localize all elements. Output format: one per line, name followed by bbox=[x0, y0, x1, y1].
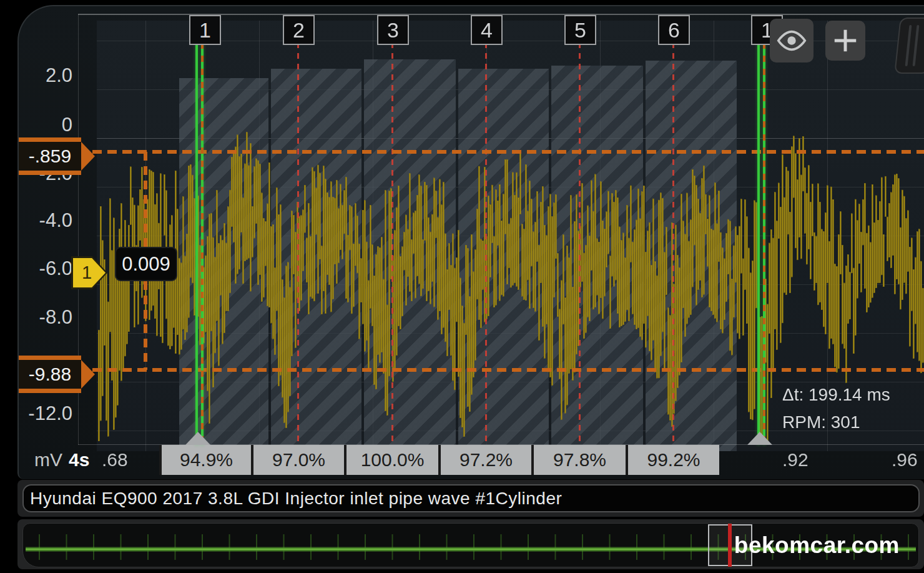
minimap-position-marker[interactable] bbox=[728, 524, 732, 567]
cycle-marker-4[interactable]: 4 bbox=[471, 15, 503, 45]
plus-icon bbox=[831, 26, 860, 55]
x-axis-tick-label: .96 bbox=[892, 445, 918, 475]
time-cursor-line[interactable] bbox=[757, 42, 760, 445]
y-axis-tick-label: 2.0 bbox=[0, 64, 72, 87]
cursor-tag-arrow bbox=[81, 142, 95, 171]
cycle-percent-cell: 94.9% bbox=[159, 445, 251, 475]
trigger-marker-line bbox=[485, 42, 487, 445]
y-axis-tick-label: -8.0 bbox=[0, 306, 72, 329]
x-axis-tick-label: .92 bbox=[782, 445, 808, 475]
x-axis-tick-label: .68 bbox=[102, 445, 128, 475]
minimap[interactable]: bekomcar.com bbox=[22, 523, 919, 567]
add-channel-button[interactable] bbox=[825, 21, 865, 61]
title-field: Hyundai EQ900 2017 3.8L GDI Injector inl… bbox=[22, 484, 920, 512]
delta-t-readout: Δt: 199.14 ms bbox=[782, 385, 890, 405]
time-cursor-line[interactable] bbox=[195, 42, 198, 445]
watermark: bekomcar.com bbox=[734, 532, 900, 559]
y-axis-tick-label: -6.0 bbox=[0, 257, 72, 280]
minimap-frame: bekomcar.com bbox=[17, 519, 924, 569]
trigger-marker-line bbox=[297, 42, 299, 445]
level-cursor-value: -.859 bbox=[29, 146, 71, 167]
trigger-marker-line bbox=[391, 42, 393, 445]
cycle-percent-cell: 97.0% bbox=[251, 445, 344, 475]
level-cursor-tag[interactable]: -9.88 bbox=[19, 356, 81, 393]
time-cursor-line-secondary[interactable] bbox=[201, 42, 204, 445]
scope-panel bbox=[17, 5, 924, 479]
cycle-marker-1[interactable]: 1 bbox=[189, 15, 221, 45]
level-cursor-line[interactable] bbox=[92, 368, 924, 372]
trigger-marker-line bbox=[672, 42, 674, 445]
cycle-percent-cell: 97.8% bbox=[531, 445, 626, 475]
cycle-marker-2[interactable]: 2 bbox=[283, 15, 315, 45]
cycle-percent-cell: 100.0% bbox=[344, 445, 438, 475]
y-axis-tick-label: -4.0 bbox=[0, 209, 72, 232]
cycle-marker-5[interactable]: 5 bbox=[564, 15, 596, 45]
scrollbar-grip[interactable] bbox=[894, 17, 924, 74]
cycle-marker-6[interactable]: 6 bbox=[658, 15, 690, 45]
cycle-percent-cell: 99.2% bbox=[626, 445, 719, 475]
grip-ridge bbox=[913, 25, 920, 66]
timebase-label[interactable]: 4s bbox=[69, 445, 89, 475]
waveform-title: Hyundai EQ900 2017 3.8L GDI Injector inl… bbox=[24, 489, 562, 509]
y-axis-tick-label: 0 bbox=[0, 114, 72, 136]
delta-value-tag: 0.009 bbox=[115, 247, 177, 281]
title-bar: Hyundai EQ900 2017 3.8L GDI Injector inl… bbox=[17, 480, 924, 517]
level-cursor-tag[interactable]: -.859 bbox=[19, 137, 81, 175]
cursor-position-pointer bbox=[747, 432, 772, 445]
visibility-button[interactable] bbox=[770, 19, 813, 62]
level-cursor-line[interactable] bbox=[92, 150, 924, 154]
cursor-position-pointer bbox=[185, 432, 210, 445]
cursor-orange-dash-overlay bbox=[201, 42, 204, 445]
cycle-percent-cell: 97.2% bbox=[438, 445, 531, 475]
trigger-marker-line bbox=[579, 42, 581, 445]
rpm-readout: RPM: 301 bbox=[782, 412, 860, 432]
app-frame: Δt: 199.14 ms RPM: 301 mV 4s Hyundai EQ9… bbox=[0, 0, 924, 573]
y-axis-tick-label: -12.0 bbox=[0, 402, 72, 425]
time-cursor-line-secondary[interactable] bbox=[763, 42, 765, 445]
y-unit-label: mV bbox=[34, 445, 62, 475]
cursor-tag-arrow bbox=[81, 360, 95, 389]
cycle-marker-3[interactable]: 3 bbox=[377, 15, 409, 45]
grip-ridge bbox=[905, 25, 912, 66]
cursor-orange-dash-overlay bbox=[763, 42, 765, 445]
eye-icon bbox=[775, 24, 808, 57]
level-cursor-value: -9.88 bbox=[29, 364, 71, 385]
